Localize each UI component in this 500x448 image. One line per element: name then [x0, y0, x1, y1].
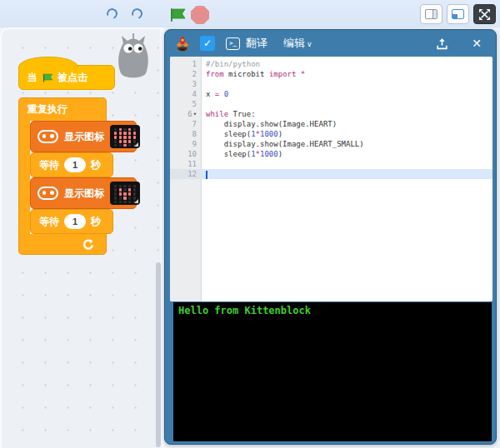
led-dot-on: [119, 188, 122, 191]
code-line-1[interactable]: 1#/bin/python: [170, 59, 492, 69]
terminal-toggle-button[interactable]: >_: [226, 37, 240, 50]
led-dot-on: [133, 132, 136, 134]
led-dot-off: [123, 128, 126, 131]
edit-menu-label: 编辑: [283, 37, 305, 49]
line-number[interactable]: 12: [170, 169, 201, 179]
led-dot-off: [119, 144, 122, 147]
workspace-vertical-scrollbar[interactable]: [156, 262, 161, 447]
line-number[interactable]: 1: [170, 59, 201, 69]
close-panel-button[interactable]: ✕: [472, 37, 482, 50]
code-line-text[interactable]: sleep(1*1000): [201, 149, 492, 159]
wait-suffix-label: 秒: [91, 215, 101, 229]
translate-button[interactable]: 翻译: [246, 36, 268, 51]
forever-block-top[interactable]: 重复执行: [18, 97, 107, 121]
auto-refresh-checkbox[interactable]: ✓: [200, 36, 215, 51]
upload-button[interactable]: [435, 37, 449, 51]
code-line-text[interactable]: from microbit import *: [201, 69, 492, 79]
code-line-12[interactable]: 12: [170, 169, 492, 179]
python-code-editor[interactable]: 1#/bin/python2from microbit import *34x …: [170, 57, 492, 301]
led-dot-on: [123, 132, 126, 134]
show-icon-block-2[interactable]: 显示图标: [30, 177, 137, 209]
line-number[interactable]: 2: [170, 69, 201, 79]
led-dot-on: [114, 136, 117, 138]
code-line-10[interactable]: 10 sleep(1*1000): [170, 149, 492, 159]
led-dot-off: [123, 201, 126, 203]
led-dot-off: [123, 188, 126, 191]
layout-stage-right-button[interactable]: [420, 4, 442, 24]
code-token: display.show(Image.HEART): [206, 120, 337, 128]
code-line-11[interactable]: 11: [170, 159, 492, 169]
line-number[interactable]: 4: [170, 89, 201, 99]
code-line-text[interactable]: [201, 169, 492, 179]
wait-seconds-input[interactable]: 1: [64, 214, 86, 229]
code-token: *: [296, 70, 305, 78]
code-line-text[interactable]: display.show(Image.HEART): [201, 119, 492, 129]
forever-block-arm: [18, 121, 30, 234]
top-toolbar: [0, 0, 500, 27]
wait-block-1[interactable]: 等待 1 秒: [30, 152, 113, 177]
when-flag-clicked-block[interactable]: 当 被点击: [18, 65, 115, 90]
code-line-text[interactable]: x = 0: [201, 89, 492, 99]
code-token: from: [206, 70, 224, 78]
code-line-text[interactable]: [201, 99, 492, 109]
code-line-text[interactable]: display.show(Image.HEART_SMALL): [201, 139, 492, 149]
led-dot-off: [128, 185, 131, 187]
code-line-2[interactable]: 2from microbit import *: [170, 69, 492, 79]
show-icon-block-1[interactable]: 显示图标: [30, 121, 137, 152]
led-dot-off: [119, 201, 122, 203]
wait-block-2[interactable]: 等待 1 秒: [30, 209, 113, 234]
line-number[interactable]: 8: [170, 129, 201, 139]
led-dot-off: [128, 144, 131, 147]
code-line-7[interactable]: 7 display.show(Image.HEART): [170, 119, 492, 129]
fullscreen-button[interactable]: [473, 4, 496, 24]
code-line-4[interactable]: 4x = 0: [170, 89, 492, 99]
reload-device-icon[interactable]: [130, 7, 144, 21]
line-number[interactable]: 11: [170, 159, 201, 169]
code-line-9[interactable]: 9 display.show(Image.HEART_SMALL): [170, 139, 492, 149]
code-line-5[interactable]: 5: [170, 99, 492, 109]
led-dot-on: [133, 136, 136, 138]
code-token: x: [206, 90, 215, 98]
reload-plugin-icon[interactable]: [105, 7, 119, 21]
led-dot-off: [123, 185, 126, 187]
code-editor-lines: 1#/bin/python2from microbit import *34x …: [170, 57, 492, 179]
line-number[interactable]: 10: [170, 149, 201, 159]
stop-sign-button[interactable]: [191, 6, 209, 24]
green-flag-button[interactable]: [168, 7, 187, 23]
led-dot-on: [128, 192, 131, 195]
led-dot-off: [114, 188, 117, 191]
led-matrix-dropdown[interactable]: [110, 182, 140, 205]
led-dot-on: [119, 136, 122, 138]
show-icon-label: 显示图标: [64, 130, 104, 144]
code-line-text[interactable]: while True:: [201, 109, 492, 119]
code-line-text[interactable]: [201, 159, 492, 169]
layout-stage-left-button[interactable]: [447, 4, 469, 24]
code-line-6[interactable]: 6▾while True:: [170, 109, 492, 119]
wait-seconds-input[interactable]: 1: [64, 157, 86, 172]
led-dot-off: [128, 197, 131, 199]
code-line-text[interactable]: [201, 79, 492, 89]
line-number[interactable]: 6▾: [170, 109, 201, 119]
code-line-8[interactable]: 8 sleep(1*1000): [170, 129, 492, 139]
serial-terminal[interactable]: Hello from Kittenblock: [173, 302, 492, 441]
code-line-3[interactable]: 3: [170, 79, 492, 89]
fold-caret-icon[interactable]: ▾: [193, 109, 197, 119]
led-dot-on: [128, 136, 131, 138]
led-matrix-dropdown[interactable]: [110, 125, 140, 148]
checkbox-check-icon: ✓: [203, 37, 212, 49]
line-number[interactable]: 7: [170, 119, 201, 129]
led-dot-on: [123, 192, 126, 195]
terminal-prompt-icon: >_: [229, 40, 236, 47]
code-line-text[interactable]: #/bin/python: [201, 59, 492, 69]
line-number[interactable]: 5: [170, 99, 201, 109]
led-dot-off: [128, 201, 131, 203]
blocks-workspace[interactable]: 当 被点击 重复执行 显示图标: [0, 27, 164, 448]
code-line-text[interactable]: sleep(1*1000): [201, 129, 492, 139]
led-dot-off: [114, 144, 117, 147]
forever-block[interactable]: 重复执行 显示图标 等待 1 秒: [18, 97, 137, 255]
edit-menu-button[interactable]: 编辑∨: [283, 36, 312, 51]
line-number[interactable]: 3: [170, 79, 201, 89]
led-dot-off: [114, 185, 117, 187]
line-number[interactable]: 9: [170, 139, 201, 149]
code-token: import: [269, 70, 297, 78]
